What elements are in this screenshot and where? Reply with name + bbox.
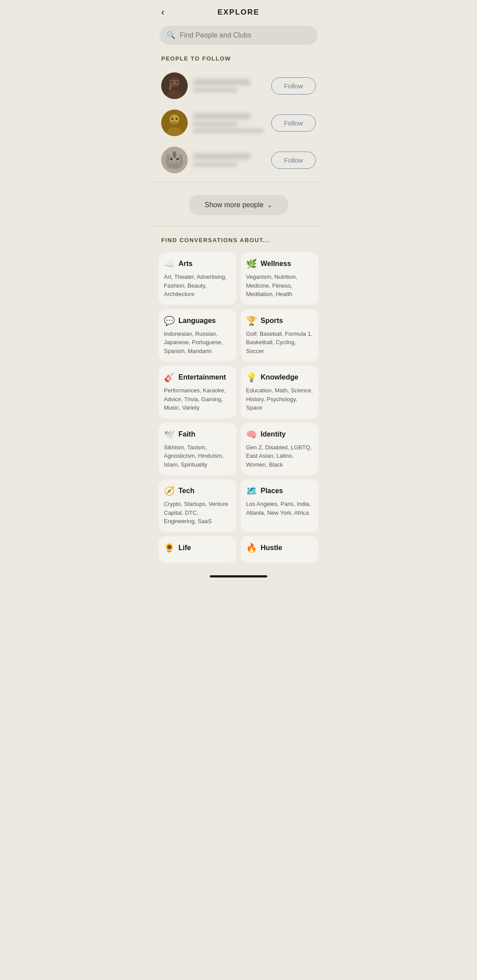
follow-button-1[interactable]: Follow [271, 77, 316, 95]
person-username [193, 162, 237, 167]
topic-tags-faith: Sikhism, Taoism, Agnosticism, Hinduism, … [164, 443, 231, 469]
chevron-down-icon: ⌄ [267, 201, 273, 209]
avatar [161, 147, 188, 173]
show-more-label: Show more people [204, 201, 263, 209]
svg-point-3 [171, 81, 173, 83]
people-list: Follow Follow [152, 67, 325, 179]
person-info [193, 79, 266, 92]
topic-header: 🗺️ Places [246, 486, 313, 496]
svg-point-9 [171, 118, 173, 120]
svg-point-15 [178, 154, 183, 160]
tech-icon: 🧭 [164, 486, 175, 496]
topic-card-hustle[interactable]: 🔥 Hustle [241, 536, 318, 563]
entertainment-icon: 🎸 [164, 372, 175, 383]
follow-button-3[interactable]: Follow [271, 152, 316, 169]
search-bar[interactable]: 🔍 [159, 26, 318, 45]
topic-header: 🕊️ Faith [164, 429, 231, 440]
people-section-title: PEOPLE TO FOLLOW [152, 52, 325, 67]
topic-header: 🎸 Entertainment [164, 372, 231, 383]
topic-name-languages: Languages [178, 317, 216, 325]
avatar [161, 72, 188, 99]
person-username [193, 122, 237, 126]
topic-card-identity[interactable]: 🧠 Identity Gen Z, Disabled, LGBTQ, East … [241, 423, 318, 475]
topic-tags-wellness: Veganism, Nutrition, Medicine, Fitness, … [246, 273, 313, 299]
topic-card-entertainment[interactable]: 🎸 Entertainment Performances, Karaoke, A… [159, 366, 236, 418]
topic-header: 🔥 Hustle [246, 543, 313, 553]
person-name [193, 153, 250, 160]
topic-header: 💬 Languages [164, 315, 231, 326]
follow-button-2[interactable]: Follow [271, 114, 316, 132]
person-info [193, 113, 266, 133]
life-icon: 🌻 [164, 543, 175, 553]
find-conversations-section: FIND CONVERSATIONS ABOUT... ☁️ Arts Art,… [152, 226, 325, 566]
topic-header: 💡 Knowledge [246, 372, 313, 383]
topic-name-knowledge: Knowledge [261, 373, 298, 381]
topic-card-places[interactable]: 🗺️ Places Los Angeles, Paris, India, Atl… [241, 479, 318, 532]
topic-name-places: Places [261, 487, 283, 495]
show-more-people-button[interactable]: Show more people ⌄ [189, 195, 288, 215]
wellness-icon: 🌿 [246, 258, 257, 269]
topic-name-sports: Sports [261, 317, 283, 325]
person-row: Follow [159, 141, 318, 179]
person-row: Follow [159, 67, 318, 104]
topic-header: 🏆 Sports [246, 315, 313, 326]
topic-name-arts: Arts [178, 260, 193, 268]
knowledge-icon: 💡 [246, 372, 257, 383]
faith-icon: 🕊️ [164, 429, 175, 440]
topic-name-hustle: Hustle [261, 544, 282, 552]
sports-icon: 🏆 [246, 315, 257, 326]
conversations-section-title: FIND CONVERSATIONS ABOUT... [152, 233, 325, 249]
topic-header: 🌻 Life [164, 543, 231, 553]
topic-name-wellness: Wellness [261, 260, 291, 268]
topic-tags-arts: Art, Theater, Advertising, Fashion, Beau… [164, 273, 231, 299]
topic-header: ☁️ Arts [164, 258, 231, 269]
hustle-icon: 🔥 [246, 543, 257, 553]
topic-tags-places: Los Angeles, Paris, India, Atlanta, New … [246, 500, 313, 517]
topic-name-faith: Faith [178, 430, 195, 438]
page-title: EXPLORE [217, 8, 259, 17]
topic-name-tech: Tech [178, 487, 194, 495]
topic-card-arts[interactable]: ☁️ Arts Art, Theater, Advertising, Fashi… [159, 252, 236, 305]
topic-tags-sports: Golf, Baseball, Formula 1, Basketball, C… [246, 330, 313, 356]
home-indicator [210, 575, 267, 577]
topic-tags-languages: Indonesian, Russian, Japanese, Portugues… [164, 330, 231, 356]
topic-header: 🌿 Wellness [246, 258, 313, 269]
identity-icon: 🧠 [246, 429, 257, 440]
person-info [193, 153, 266, 167]
topic-card-faith[interactable]: 🕊️ Faith Sikhism, Taoism, Agnosticism, H… [159, 423, 236, 475]
svg-point-14 [166, 154, 170, 160]
svg-point-17 [170, 158, 173, 160]
topics-grid: ☁️ Arts Art, Theater, Advertising, Fashi… [152, 249, 325, 566]
person-row: Follow [159, 104, 318, 141]
topic-card-sports[interactable]: 🏆 Sports Golf, Baseball, Formula 1, Bask… [241, 309, 318, 362]
arts-icon: ☁️ [164, 258, 175, 269]
topic-tags-knowledge: Education, Math, Science, History, Psych… [246, 386, 313, 412]
svg-rect-5 [169, 85, 171, 90]
svg-point-18 [177, 158, 179, 160]
topic-header: 🧭 Tech [164, 486, 231, 496]
topic-card-tech[interactable]: 🧭 Tech Crypto, Startups, Venture Capital… [159, 479, 236, 532]
topic-name-life: Life [178, 544, 191, 552]
svg-point-4 [176, 81, 178, 83]
svg-point-10 [176, 118, 178, 120]
topic-tags-entertainment: Performances, Karaoke, Advice, Trivia, G… [164, 386, 231, 412]
topic-header: 🧠 Identity [246, 429, 313, 440]
person-username [193, 88, 237, 92]
topic-card-life[interactable]: 🌻 Life [159, 536, 236, 563]
topic-card-languages[interactable]: 💬 Languages Indonesian, Russian, Japanes… [159, 309, 236, 362]
topic-name-identity: Identity [261, 430, 286, 438]
search-icon: 🔍 [167, 31, 175, 39]
person-name [193, 113, 250, 119]
languages-icon: 💬 [164, 315, 175, 326]
topic-card-knowledge[interactable]: 💡 Knowledge Education, Math, Science, Hi… [241, 366, 318, 418]
svg-point-19 [172, 162, 174, 163]
places-icon: 🗺️ [246, 486, 257, 496]
topic-card-wellness[interactable]: 🌿 Wellness Veganism, Nutrition, Medicine… [241, 252, 318, 305]
svg-point-20 [175, 162, 177, 163]
avatar [161, 110, 188, 136]
topic-tags-identity: Gen Z, Disabled, LGBTQ, East Asian, Lati… [246, 443, 313, 469]
topic-name-entertainment: Entertainment [178, 373, 226, 381]
back-button[interactable]: ‹ [161, 7, 164, 18]
person-name [193, 79, 250, 85]
search-input[interactable] [180, 31, 310, 39]
